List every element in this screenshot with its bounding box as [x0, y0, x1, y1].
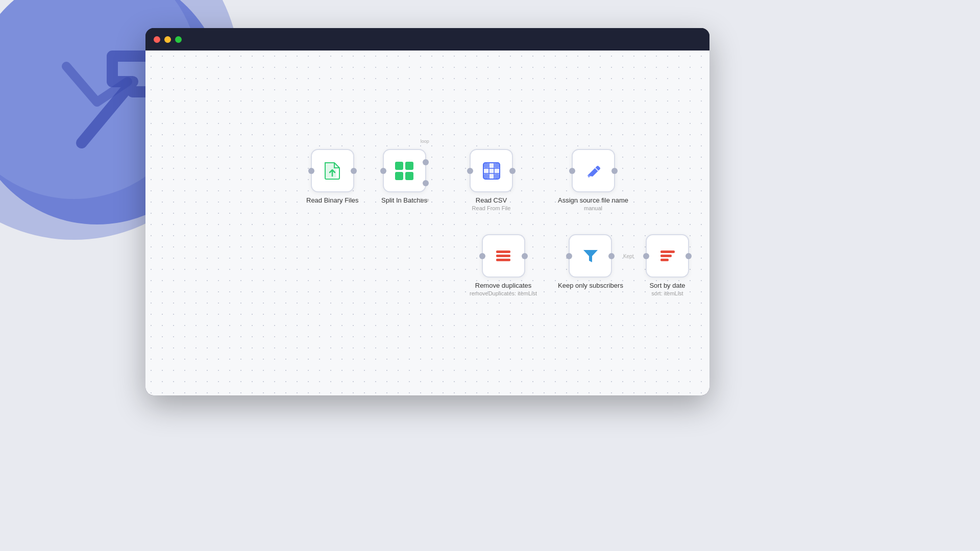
port-left-sort — [643, 253, 649, 259]
svg-rect-24 — [496, 255, 510, 257]
svg-rect-21 — [495, 174, 499, 179]
node-read-binary-files[interactable]: Read Binary Files — [306, 149, 359, 204]
port-left-keep-subs — [566, 253, 572, 259]
node-read-csv[interactable]: Read CSV Read From File — [470, 149, 513, 211]
file-upload-icon — [322, 161, 342, 181]
minimize-button[interactable] — [164, 36, 171, 43]
node-box-split: loop done — [383, 149, 426, 192]
node-label-read-csv: Read CSV — [476, 196, 507, 204]
svg-rect-28 — [660, 259, 669, 261]
node-sublabel-sort: sort: itemList — [651, 290, 683, 296]
svg-rect-18 — [484, 163, 488, 168]
node-label-assign: Assign source file name — [558, 196, 628, 204]
node-split-in-batches[interactable]: loop done Split In Batches — [381, 149, 427, 204]
node-keep-subscribers[interactable]: Kept Keep only subscribers — [558, 234, 623, 289]
port-right-csv — [509, 168, 516, 174]
port-left-remove-dup — [479, 253, 485, 259]
node-box-keep-subs: Kept — [569, 234, 612, 278]
list-icon-remove — [494, 247, 512, 265]
port-label-loop: loop — [421, 139, 429, 144]
dot-grid-bg — [145, 51, 709, 395]
port-done-split — [423, 180, 429, 186]
port-left-split — [380, 168, 386, 174]
port-right-sort — [685, 253, 692, 259]
port-right-assign — [611, 168, 618, 174]
port-right-remove-dup — [522, 253, 528, 259]
node-label-read-binary: Read Binary Files — [306, 196, 359, 204]
node-box-sort — [646, 234, 689, 278]
port-right-read-binary — [351, 168, 357, 174]
svg-rect-26 — [660, 251, 675, 253]
node-sublabel-read-csv: Read From File — [472, 205, 511, 211]
titlebar — [145, 28, 709, 51]
workflow-canvas: Read Binary Files loop done Spli — [145, 51, 709, 395]
svg-rect-20 — [484, 174, 488, 179]
pencil-icon — [583, 161, 603, 181]
node-label-keep-subs: Keep only subscribers — [558, 282, 623, 289]
grid-icon — [393, 160, 415, 182]
svg-rect-23 — [496, 251, 510, 253]
node-label-remove-dup: Remove duplicates — [475, 282, 532, 289]
node-box-read-binary — [311, 149, 354, 192]
port-label-kept: Kept — [623, 253, 634, 259]
close-button[interactable] — [154, 36, 160, 43]
node-box-remove-dup — [482, 234, 525, 278]
node-label-sort: Sort by date — [649, 282, 685, 289]
svg-rect-27 — [660, 255, 672, 257]
node-sublabel-assign: manual — [584, 205, 602, 211]
node-sort-by-date[interactable]: Sort by date sort: itemList — [646, 234, 689, 296]
browser-window: Read Binary Files loop done Spli — [145, 28, 709, 395]
maximize-button[interactable] — [175, 36, 182, 43]
svg-rect-25 — [496, 259, 510, 261]
node-assign-source[interactable]: Assign source file name manual — [558, 149, 628, 211]
port-loop-split — [423, 159, 429, 165]
funnel-icon — [581, 247, 600, 265]
port-left-csv — [467, 168, 473, 174]
node-sublabel-remove-dup: removeDuplicates: itemList — [470, 290, 537, 296]
port-left-assign — [569, 168, 575, 174]
svg-rect-19 — [495, 163, 499, 168]
sort-icon — [658, 247, 677, 265]
node-remove-duplicates[interactable]: Remove duplicates removeDuplicates: item… — [470, 234, 537, 296]
port-right-keep-subs — [608, 253, 615, 259]
port-left-read-binary — [308, 168, 314, 174]
table-icon — [482, 161, 501, 181]
port-label-done: done — [419, 197, 429, 203]
node-box-assign — [572, 149, 615, 192]
node-box-read-csv — [470, 149, 513, 192]
